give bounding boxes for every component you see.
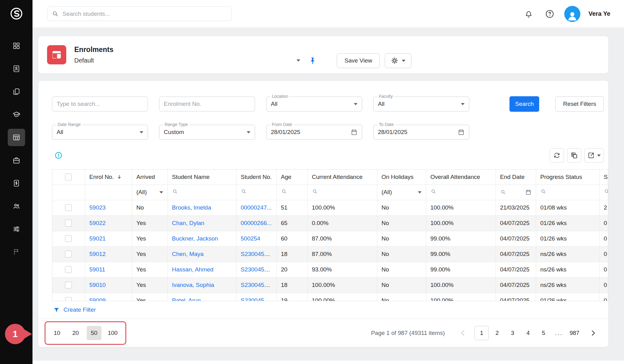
page-button-2[interactable]: 2 — [490, 326, 504, 340]
search-button[interactable]: Search — [509, 96, 539, 112]
keyword-field[interactable] — [52, 97, 148, 111]
student-no-link[interactable]: S2300459... — [241, 266, 272, 273]
student-no-link[interactable]: S2300459... — [241, 282, 272, 288]
row-checkbox[interactable] — [65, 266, 72, 273]
sidebar-item-agents[interactable] — [8, 197, 25, 215]
table-row[interactable]: 59012 Yes Chen, Maya S2300459... 18 87.0… — [52, 246, 608, 262]
page-size-10[interactable]: 10 — [50, 326, 64, 340]
info-icon[interactable] — [54, 151, 63, 159]
export-button[interactable] — [584, 148, 604, 162]
enrol-no-link[interactable]: 59023 — [89, 204, 106, 211]
student-no-link[interactable]: S2300459... — [241, 251, 272, 257]
col-header-overall-attendance[interactable]: Overall Attendance — [426, 170, 496, 184]
enrol-no-link[interactable]: 59012 — [89, 251, 106, 257]
col-header-arrived[interactable]: Arrived — [132, 170, 167, 184]
enrolment-no-field[interactable] — [159, 97, 255, 111]
student-name-link[interactable]: Chen, Maya — [172, 251, 204, 257]
col-header-age[interactable]: Age — [276, 170, 307, 184]
user-name[interactable]: Vera Ye — [588, 10, 610, 17]
row-checkbox[interactable] — [65, 297, 72, 301]
filter-cell-student-name[interactable] — [167, 184, 236, 200]
filter-cell-arrived[interactable]: (All) — [132, 184, 167, 200]
reset-filters-button[interactable]: Reset Filters — [555, 96, 604, 112]
create-filter-link[interactable]: Create Filter — [38, 301, 608, 318]
to-date-field[interactable]: To Date 28/01/2025 — [373, 125, 469, 140]
row-checkbox[interactable] — [65, 220, 72, 227]
row-checkbox[interactable] — [65, 235, 72, 242]
help-button[interactable] — [543, 7, 556, 20]
student-search-box[interactable] — [47, 6, 232, 21]
location-select[interactable]: Location All — [266, 97, 362, 111]
select-all-checkbox[interactable] — [65, 174, 72, 180]
page-button-3[interactable]: 3 — [505, 326, 520, 340]
table-row[interactable]: 59009 Yes Patel, Arun S2300459... 19 100… — [52, 293, 608, 301]
page-size-50[interactable]: 50 — [87, 326, 102, 340]
col-header-enrol-no[interactable]: Enrol No. — [85, 170, 132, 184]
enrol-no-link[interactable]: 59009 — [89, 297, 106, 301]
select-all-header[interactable] — [52, 170, 85, 184]
pin-view-button[interactable] — [307, 55, 318, 66]
refresh-button[interactable] — [550, 148, 564, 162]
page-button-987[interactable]: 987 — [567, 326, 582, 340]
enrolment-no-input[interactable] — [164, 101, 250, 107]
filter-cell-enrol-no[interactable] — [85, 184, 132, 200]
table-row[interactable]: 59021 Yes Buckner, Jackson 500254 60 87.… — [52, 231, 608, 246]
search-input[interactable] — [63, 11, 227, 17]
filter-cell-overall-attendance[interactable] — [426, 184, 496, 200]
row-checkbox[interactable] — [65, 251, 72, 258]
filter-cell-progress-status[interactable] — [536, 184, 599, 200]
col-header-progress-status[interactable]: Progress Status — [536, 170, 599, 184]
row-checkbox[interactable] — [65, 282, 72, 288]
table-row[interactable]: 59023 No Brooks, Imelda 00000247... 51 1… — [52, 200, 608, 215]
col-header-end-date[interactable]: End Date — [496, 170, 536, 184]
sidebar-item-reports[interactable] — [8, 243, 25, 261]
filter-cell-age[interactable] — [276, 184, 307, 200]
from-date-field[interactable]: From Date 28/01/2025 — [266, 125, 362, 140]
filter-cell-on-holidays[interactable]: (All) — [377, 184, 426, 200]
student-no-link[interactable]: 500254 — [241, 235, 260, 242]
page-button-1[interactable]: 1 — [474, 326, 489, 340]
student-name-link[interactable]: Ivanova, Sophia — [172, 282, 214, 288]
sidebar-item-courses[interactable] — [8, 106, 25, 123]
student-name-link[interactable]: Patel, Arun — [172, 297, 201, 301]
notifications-button[interactable] — [522, 7, 535, 20]
student-name-link[interactable]: Buckner, Jackson — [172, 235, 218, 242]
col-header-current-attendance[interactable]: Current Attendance — [307, 170, 377, 184]
sidebar-item-settings[interactable] — [8, 220, 25, 238]
page-size-100[interactable]: 100 — [105, 326, 120, 340]
save-view-button[interactable]: Save View — [337, 53, 380, 68]
view-settings-button[interactable] — [385, 53, 411, 68]
sidebar-item-invoices[interactable] — [8, 175, 25, 192]
view-selector[interactable]: Default — [74, 57, 300, 64]
col-header-partial[interactable]: S — [599, 170, 608, 184]
sidebar-item-jobs[interactable] — [8, 152, 25, 169]
range-type-select[interactable]: Range Type Custom — [159, 125, 255, 140]
user-avatar[interactable] — [564, 6, 580, 22]
page-button-5[interactable]: 5 — [536, 326, 551, 340]
next-page-button[interactable] — [586, 326, 600, 340]
app-logo[interactable] — [7, 4, 26, 23]
faculty-select[interactable]: Faculty All — [373, 97, 469, 111]
date-range-select[interactable]: Date Range All — [52, 125, 148, 140]
sidebar-item-documents[interactable] — [8, 83, 25, 100]
prev-page-button[interactable] — [456, 326, 470, 340]
sidebar-item-dashboard[interactable] — [8, 37, 25, 54]
student-name-link[interactable]: Hassan, Ahmed — [172, 266, 214, 273]
row-checkbox[interactable] — [65, 204, 72, 211]
student-no-link[interactable]: S2300459... — [241, 297, 272, 301]
keyword-input[interactable] — [57, 101, 143, 107]
filter-cell-partial[interactable] — [599, 184, 608, 200]
enrol-no-link[interactable]: 59021 — [89, 235, 106, 242]
page-size-20[interactable]: 20 — [68, 326, 83, 340]
student-name-link[interactable]: Chan, Dylan — [172, 220, 205, 226]
table-row[interactable]: 59022 Yes Chan, Dylan 00000266... 65 0.0… — [52, 215, 608, 231]
enrol-no-link[interactable]: 59022 — [89, 220, 106, 226]
col-header-on-holidays[interactable]: On Holidays — [377, 170, 426, 184]
page-button-4[interactable]: 4 — [521, 326, 535, 340]
sidebar-item-enrolments[interactable] — [8, 129, 25, 146]
student-no-link[interactable]: 00000247... — [241, 204, 272, 211]
sidebar-item-contacts[interactable] — [8, 60, 25, 77]
enrol-no-link[interactable]: 59010 — [89, 282, 106, 288]
table-row[interactable]: 59010 Yes Ivanova, Sophia S2300459... 18… — [52, 277, 608, 293]
enrol-no-link[interactable]: 59011 — [89, 266, 105, 273]
